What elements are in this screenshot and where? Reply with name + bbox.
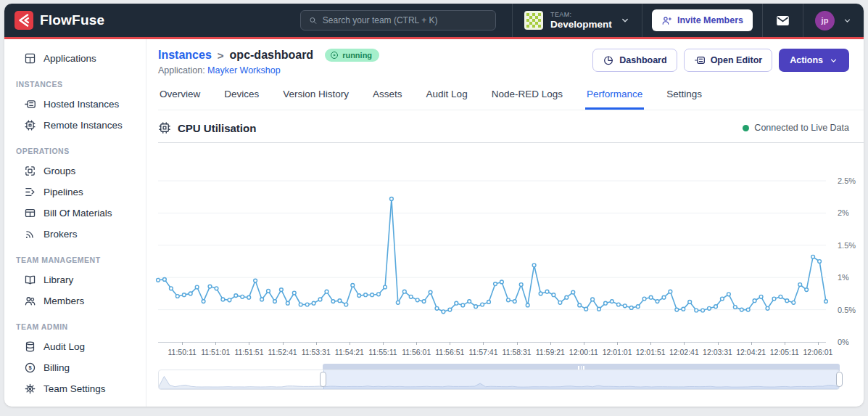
- brand-name: FlowFuse: [40, 12, 104, 28]
- sidebar-item-pipelines[interactable]: Pipelines: [4, 182, 146, 203]
- sidebar-item-library[interactable]: Library: [4, 269, 146, 290]
- sidebar-item-billing[interactable]: $Billing: [4, 357, 146, 378]
- x-tick-label: 12:04:21: [736, 348, 766, 356]
- sidebar-item-hosted-instances[interactable]: Hosted Instances: [4, 94, 146, 115]
- sidebar-item-label: Library: [44, 274, 73, 285]
- audit-log-icon: [24, 340, 36, 353]
- user-menu[interactable]: jp: [803, 11, 864, 30]
- sidebar-item-label: Team Settings: [44, 383, 106, 394]
- search-input[interactable]: [323, 15, 488, 25]
- y-tick-label: 0.5%: [838, 306, 856, 314]
- breadcrumb-instances-link[interactable]: Instances: [158, 49, 212, 62]
- tab-audit-log[interactable]: Audit Log: [425, 86, 469, 110]
- sidebar-item-label: Brokers: [44, 229, 78, 240]
- sidebar-item-label: Bill Of Materials: [44, 208, 112, 219]
- search-icon: [308, 15, 318, 25]
- x-tick: [215, 342, 216, 345]
- y-tick-label: 2.5%: [838, 176, 856, 185]
- notifications-button[interactable]: [763, 13, 803, 28]
- sidebar-item-label: Billing: [44, 362, 70, 373]
- x-tick-label: 12:05:11: [770, 348, 799, 356]
- x-tick-label: 11:59:21: [536, 348, 565, 356]
- x-tick: [283, 342, 284, 345]
- team-settings-icon: [24, 383, 36, 395]
- tab-devices[interactable]: Devices: [223, 86, 260, 110]
- x-tick: [550, 342, 551, 345]
- remote-instances-icon: [24, 119, 36, 131]
- tab-overview[interactable]: Overview: [158, 86, 202, 110]
- x-tick-label: 12:00:11: [569, 348, 598, 356]
- x-tick-label: 12:06:01: [803, 348, 833, 356]
- library-icon: [24, 274, 36, 286]
- breadcrumb-separator: >: [218, 49, 224, 62]
- open-editor-button[interactable]: Open Editor: [684, 49, 773, 72]
- x-tick: [751, 342, 752, 345]
- application-label: Application:: [158, 65, 205, 76]
- x-tick-label: 11:58:31: [503, 348, 532, 356]
- x-tick: [483, 342, 484, 345]
- chevron-down-icon: [620, 15, 630, 25]
- chart-range-navigator[interactable]: [158, 364, 840, 390]
- sidebar-item-brokers[interactable]: Brokers: [4, 224, 146, 245]
- actions-button[interactable]: Actions: [779, 49, 849, 72]
- sidebar-item-label: Groups: [44, 166, 75, 176]
- x-tick: [517, 342, 518, 345]
- x-tick-label: 12:01:01: [603, 348, 632, 356]
- x-tick-label: 12:02:41: [669, 348, 699, 356]
- tab-settings[interactable]: Settings: [665, 86, 703, 110]
- y-tick-label: 1%: [838, 273, 849, 282]
- sidebar-item-team-settings[interactable]: Team Settings: [4, 378, 146, 399]
- sidebar-item-members[interactable]: Members: [4, 290, 146, 311]
- bill-of-materials-icon: [24, 207, 36, 219]
- billing-icon: $: [24, 362, 36, 374]
- sidebar-item-audit-log[interactable]: Audit Log: [4, 336, 146, 357]
- tab-version-history[interactable]: Version History: [281, 86, 350, 110]
- x-tick-label: 11:55:11: [368, 348, 397, 356]
- navigator-right-handle[interactable]: [836, 372, 843, 387]
- navigator-track[interactable]: [158, 370, 840, 390]
- sidebar-item-bill-of-materials[interactable]: Bill Of Materials: [4, 203, 146, 224]
- sidebar-section-header: INSTANCES: [4, 69, 146, 94]
- navigator-left-handle[interactable]: [320, 372, 326, 387]
- chevron-down-icon: [843, 16, 852, 25]
- x-tick-label: 11:52:41: [268, 348, 297, 356]
- team-avatar: [524, 11, 543, 30]
- x-tick: [617, 342, 618, 345]
- dashboard-button[interactable]: Dashboard: [592, 49, 677, 72]
- pipelines-icon: [24, 186, 36, 198]
- tab-performance[interactable]: Performance: [585, 86, 644, 110]
- x-tick: [350, 342, 350, 345]
- sidebar-item-label: Hosted Instances: [44, 99, 119, 110]
- panel-title: CPU Utilisation: [178, 122, 256, 134]
- sidebar-item-label: Remote Instances: [44, 120, 123, 131]
- x-tick: [785, 342, 785, 345]
- breadcrumb: Instances > opc-dashboard running: [158, 49, 379, 62]
- x-tick-label: 11:50:11: [168, 348, 196, 356]
- x-tick: [416, 342, 417, 345]
- sidebar-item-remote-instances[interactable]: Remote Instances: [4, 115, 146, 136]
- x-tick: [584, 342, 584, 345]
- sidebar-item-applications[interactable]: Applications: [4, 48, 146, 69]
- x-tick: [718, 342, 719, 345]
- tab-node-red-logs[interactable]: Node-RED Logs: [490, 86, 564, 110]
- main-content: Instances > opc-dashboard running Applic…: [146, 39, 864, 407]
- y-tick-label: 1.5%: [838, 241, 856, 250]
- x-tick-label: 11:51:01: [201, 348, 230, 356]
- sidebar-item-label: Pipelines: [44, 187, 83, 197]
- x-tick: [249, 342, 249, 345]
- tab-assets[interactable]: Assets: [371, 86, 404, 110]
- team-selector[interactable]: TEAM: Development: [513, 11, 642, 30]
- team-name: Development: [550, 19, 612, 30]
- cpu-utilisation-chart[interactable]: [158, 155, 826, 342]
- cpu-icon: [158, 121, 171, 134]
- x-tick-label: 12:01:51: [636, 348, 666, 356]
- team-search[interactable]: [300, 10, 496, 30]
- invite-members-button[interactable]: Invite Members: [652, 9, 753, 31]
- flowfuse-brand[interactable]: FlowFuse: [15, 11, 104, 30]
- application-link[interactable]: Mayker Workshop: [207, 65, 281, 76]
- sidebar: ApplicationsINSTANCESHosted InstancesRem…: [4, 39, 146, 407]
- x-tick-label: 12:03:31: [703, 348, 732, 356]
- sidebar-item-label: Applications: [44, 53, 96, 64]
- team-label: TEAM:: [550, 11, 612, 18]
- sidebar-item-groups[interactable]: Groups: [4, 160, 146, 182]
